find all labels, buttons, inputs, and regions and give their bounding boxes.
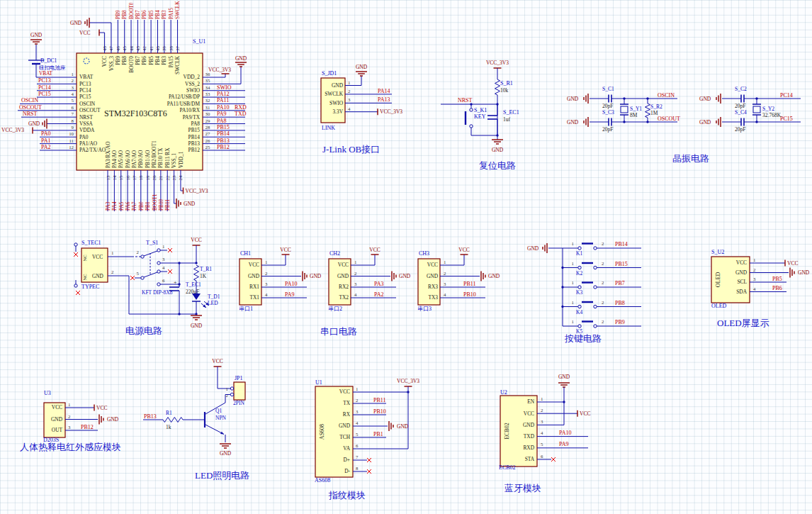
- pin-name: TXD: [524, 433, 535, 440]
- resistor-icon[interactable]: [194, 265, 199, 281]
- pin-number: 2: [72, 78, 74, 83]
- module-title: 串口电路: [320, 326, 357, 337]
- resistor-icon[interactable]: [163, 418, 183, 423]
- contact-icon[interactable]: [578, 266, 581, 269]
- crystal-icon[interactable]: [621, 106, 628, 113]
- pin-name: PB6: [141, 56, 147, 65]
- net-label: PB9: [615, 319, 625, 325]
- pin-name: STA: [525, 456, 535, 462]
- pin-number: 4: [162, 265, 165, 270]
- contact-icon[interactable]: [157, 270, 160, 273]
- crystal-icon[interactable]: [753, 106, 760, 113]
- pin-name: RX1: [249, 284, 259, 290]
- contact-icon[interactable]: [578, 325, 581, 328]
- contact-icon[interactable]: [141, 255, 144, 258]
- power-label: VCC: [96, 405, 107, 411]
- net-label: PB8: [121, 10, 128, 19]
- contact-icon[interactable]: [470, 125, 473, 128]
- net-label: PB11: [373, 397, 386, 403]
- pin-number: 2: [602, 261, 604, 266]
- pin-number: 3: [541, 419, 543, 424]
- pin-number: 6: [72, 105, 74, 110]
- pin-name: BOOT0: [128, 56, 135, 73]
- net-label: PA10: [217, 104, 230, 111]
- contact-icon[interactable]: [157, 283, 160, 286]
- value: 20pF: [735, 103, 745, 109]
- net-label: TXD: [235, 111, 247, 117]
- contact-icon[interactable]: [141, 276, 144, 279]
- net-label: PB0: [138, 201, 145, 211]
- pin-name: GND: [523, 422, 535, 428]
- contact-icon[interactable]: [594, 325, 597, 328]
- resistor-icon[interactable]: [645, 104, 650, 118]
- pin-number: 4: [356, 420, 359, 425]
- net-label: PB10: [373, 408, 386, 415]
- contact-icon[interactable]: [157, 262, 160, 264]
- power-label: GND: [28, 121, 40, 127]
- led-icon[interactable]: [192, 294, 201, 300]
- module-title: 晶振电路: [672, 153, 709, 164]
- pin-name: PA1/AO: [79, 140, 98, 147]
- power-label: GND: [107, 416, 119, 423]
- designator: S_R2: [650, 104, 662, 110]
- net-label: PA7: [131, 201, 137, 211]
- contact-icon[interactable]: [74, 284, 77, 287]
- pin-name: VCC: [52, 404, 62, 410]
- net-label: VBAT: [39, 70, 53, 77]
- pin-name: PA8: [191, 121, 201, 127]
- junction-dot: [178, 313, 180, 315]
- contact-icon[interactable]: [578, 247, 581, 250]
- contact-icon[interactable]: [470, 108, 473, 111]
- pin-number: 4: [753, 286, 756, 291]
- pin-number: 3: [444, 281, 446, 286]
- contact-icon[interactable]: [594, 286, 597, 289]
- pin-number: 1: [348, 80, 350, 85]
- net-label: PA5: [118, 201, 125, 211]
- plus-sign: +: [174, 279, 177, 286]
- jumper-connector[interactable]: [234, 382, 245, 400]
- pin-number: 2: [602, 280, 604, 285]
- pin-number: 27: [205, 131, 210, 136]
- contact-icon[interactable]: [578, 305, 581, 308]
- contact-icon[interactable]: [594, 266, 597, 269]
- net-label: PA1: [41, 138, 51, 144]
- schematic-sheet: STM32F103C8T6S_U11VBAT2PC13PC133PC14PC14…: [0, 0, 812, 514]
- designator: S_C1: [602, 86, 614, 92]
- pin-number: 1: [111, 250, 113, 255]
- contact-icon[interactable]: [74, 243, 77, 246]
- contact-icon[interactable]: [578, 286, 581, 289]
- net-label: PC15: [780, 116, 793, 122]
- pin-number: 1: [572, 300, 574, 305]
- resistor-icon[interactable]: [495, 79, 500, 95]
- pin-name: VCC: [101, 56, 108, 67]
- wire: [174, 170, 176, 203]
- pin-name: PA15: [168, 56, 174, 67]
- module-title: J-Link OB接口: [322, 144, 380, 155]
- pin-name: PC15: [79, 94, 91, 100]
- net-label: PB4: [154, 10, 161, 19]
- net-label: PB7: [615, 280, 625, 286]
- net-label: BOOT0: [128, 2, 135, 19]
- net-label: PB6: [141, 10, 147, 19]
- pin-name: SDA: [736, 289, 747, 295]
- wire: [218, 367, 230, 389]
- contact-icon[interactable]: [594, 247, 597, 250]
- pin-number: 2: [753, 267, 756, 272]
- contact-icon[interactable]: [594, 305, 597, 308]
- net-label: PA13: [378, 96, 390, 103]
- contact-icon[interactable]: [230, 387, 233, 390]
- contact-icon[interactable]: [157, 249, 160, 252]
- pin-name: PB7: [135, 56, 141, 65]
- part-name: OLED: [711, 303, 727, 309]
- pin-number: 1: [72, 72, 74, 77]
- designator: S_U1: [193, 38, 205, 45]
- pin-number: 1: [753, 257, 755, 262]
- power-label: GND: [70, 20, 82, 26]
- pin-number: 2: [602, 319, 604, 324]
- pin-name: GND: [51, 416, 63, 423]
- module-title: OLED屏显示: [717, 318, 769, 328]
- designator: S_R1: [500, 80, 513, 86]
- net-label: BOOT1: [152, 194, 158, 211]
- contact-icon[interactable]: [230, 393, 233, 396]
- designator: T_EC1: [186, 281, 201, 288]
